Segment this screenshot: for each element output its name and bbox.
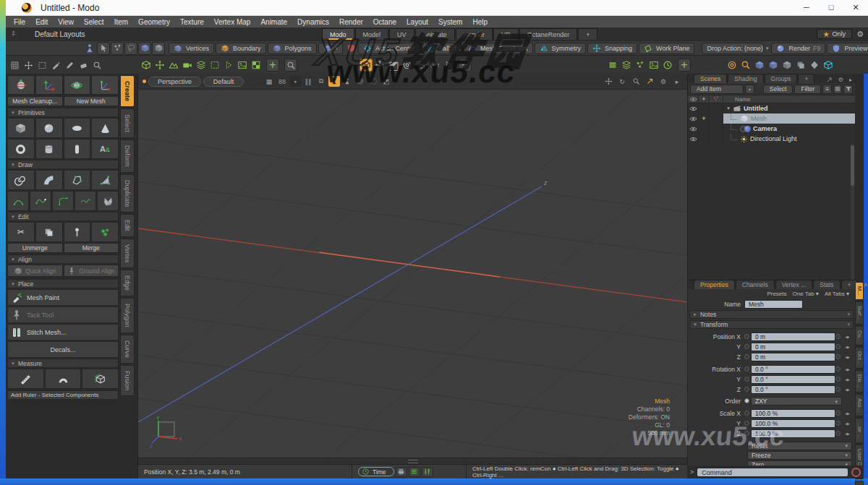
channel-knob[interactable] — [744, 431, 749, 436]
pen-icon[interactable] — [63, 59, 76, 72]
layouts-label[interactable]: Default Layouts — [35, 30, 85, 38]
menu-vertex-map[interactable]: Vertex Map — [209, 18, 256, 26]
menu-help[interactable]: Help — [467, 18, 493, 26]
cube-primitive-icon[interactable] — [7, 118, 35, 138]
menu-select[interactable]: Select — [79, 18, 109, 26]
snapshot-icon[interactable] — [396, 467, 407, 477]
spiral-tool-icon[interactable] — [7, 170, 35, 190]
tab-scenes[interactable]: Scenes — [694, 74, 727, 83]
item-row-untitled[interactable]: ▼ Untitled — [688, 103, 855, 113]
channel-knob[interactable] — [835, 387, 841, 392]
knife-icon[interactable] — [49, 59, 62, 72]
polygon-pen-tool-icon[interactable] — [64, 170, 91, 190]
tab-vertex[interactable]: Vertex — [120, 239, 135, 269]
scrollbar-track[interactable] — [851, 144, 854, 280]
polygons-mode-button[interactable]: Polygons — [268, 43, 317, 54]
chevron-right-icon[interactable]: ▸ — [849, 77, 852, 83]
eye-icon[interactable] — [688, 124, 699, 134]
command-input[interactable]: Command — [697, 468, 848, 477]
tab-channels[interactable]: Channels — [736, 280, 775, 289]
dark-box-icon[interactable]: ▪ — [289, 76, 301, 87]
torus-primitive-icon[interactable] — [7, 139, 35, 159]
channel-knob[interactable] — [835, 344, 841, 349]
position-x-field[interactable]: 0 m — [751, 332, 835, 341]
double-grid-icon[interactable]: 88 — [276, 76, 288, 87]
arc-curve-tool-icon[interactable] — [7, 191, 29, 211]
section-place[interactable]: ▼Place — [7, 279, 119, 288]
export-cube-icon[interactable] — [822, 59, 835, 72]
cylinder-primitive-icon[interactable] — [35, 139, 63, 159]
camera-icon[interactable] — [428, 59, 441, 72]
ghost-actor-icon[interactable] — [328, 76, 340, 87]
magnifier-icon[interactable] — [90, 59, 103, 72]
channel-knob[interactable] — [835, 411, 841, 416]
new-mesh-button[interactable]: New Mesh — [64, 96, 119, 106]
sliders-icon[interactable] — [422, 467, 433, 477]
mesh-paint-tool[interactable]: Mesh Paint — [7, 289, 119, 306]
group-cube-icon[interactable] — [767, 59, 780, 72]
vtab-assembly[interactable]: Ass... — [855, 394, 864, 416]
environment-icon[interactable] — [414, 59, 427, 72]
only-toggle[interactable]: ★ Only — [817, 29, 852, 39]
scissors-tool-icon[interactable]: ✂ — [7, 222, 35, 242]
section-measure[interactable]: ▼Measure — [7, 359, 119, 368]
item-row-directional-light[interactable]: Directional Light — [688, 134, 855, 144]
spinner-control[interactable]: ◀▶ — [842, 355, 852, 359]
pick-shield-icon[interactable] — [344, 42, 357, 55]
menu-item[interactable]: Item — [109, 18, 133, 26]
position-y-field[interactable]: 0 m — [751, 343, 835, 351]
crumple-tool-icon[interactable] — [97, 191, 119, 211]
select-arrow-icon[interactable] — [97, 42, 110, 55]
item-list-empty-area[interactable] — [688, 144, 855, 280]
add-icon[interactable]: + — [266, 59, 279, 72]
add-item-button[interactable]: Add Item — [690, 85, 744, 94]
vtab-curves[interactable]: Cu... — [855, 326, 864, 346]
tab-stats[interactable]: Stats — [813, 280, 840, 289]
menu-layout[interactable]: Layout — [401, 18, 433, 26]
viewport-move-icon[interactable] — [153, 59, 166, 72]
channel-knob[interactable] — [744, 354, 749, 359]
capsule-primitive-icon[interactable] — [64, 139, 91, 159]
menu-system[interactable]: System — [433, 18, 467, 26]
add-item-dropdown[interactable]: ▾ — [745, 85, 754, 94]
rotation-z-field[interactable]: 0.0 ° — [751, 385, 835, 394]
eraser-icon[interactable] — [77, 59, 90, 72]
menu-texture[interactable]: Texture — [175, 18, 209, 26]
channel-knob[interactable] — [835, 334, 841, 339]
order-dropdown[interactable]: ZXY▾ — [751, 397, 842, 405]
spinner-control[interactable]: ◀▶ — [842, 387, 852, 392]
tab-shading[interactable]: Shading — [728, 74, 763, 83]
dither-icon[interactable]: ▦ — [263, 76, 275, 87]
channel-knob[interactable] — [744, 366, 749, 372]
boundary-mode-button[interactable]: Boundary — [216, 43, 266, 54]
cube-ghost-icon[interactable] — [152, 42, 165, 55]
minimize-button[interactable]: ─ — [794, 3, 819, 12]
scale-z-field[interactable]: 100.0 % — [751, 429, 835, 438]
vtab-tags[interactable]: Tags — [855, 481, 864, 485]
stitch-mesh-tool[interactable]: Stitch Mesh... — [7, 324, 119, 340]
spinner-control[interactable]: ◀▶ — [842, 411, 852, 416]
tab-create[interactable]: Create — [120, 75, 135, 107]
tab-groups[interactable]: Groups — [765, 74, 798, 83]
reset-button[interactable]: Reset▾ — [747, 442, 852, 450]
vtab-misc[interactable]: ...se ... — [855, 418, 864, 443]
magnifier-icon[interactable] — [284, 59, 297, 72]
viewport-cube-icon[interactable] — [140, 59, 153, 72]
layer-stack-icon[interactable] — [620, 59, 633, 72]
falloff-button[interactable]: Falloff — [422, 43, 461, 54]
splitter-handle[interactable] — [408, 460, 418, 463]
tab-octanerender[interactable]: OctaneRender — [519, 28, 578, 40]
play-selection-icon[interactable] — [442, 59, 455, 72]
viewport-layers-icon[interactable] — [195, 59, 208, 72]
maximize-viewport-icon[interactable] — [644, 76, 655, 87]
menu-animate[interactable]: Animate — [255, 18, 292, 26]
tab-fusion[interactable]: Fusion — [120, 365, 135, 396]
tab-curve[interactable]: Curve — [120, 335, 135, 364]
channel-knob[interactable] — [835, 354, 841, 359]
menu-edit[interactable]: Edit — [30, 18, 53, 26]
tab-vr[interactable]: VR — [493, 28, 519, 40]
sketch-curve-tool-icon[interactable] — [30, 191, 51, 211]
loop-curve-tool-icon[interactable] — [75, 191, 96, 211]
ellipsoid-primitive-icon[interactable] — [64, 118, 91, 138]
tab-vertex[interactable]: Vertex ... — [775, 280, 813, 289]
